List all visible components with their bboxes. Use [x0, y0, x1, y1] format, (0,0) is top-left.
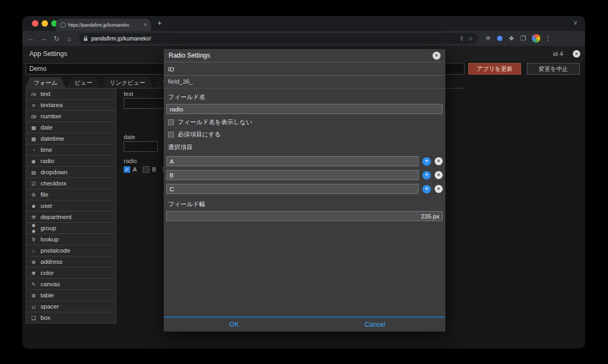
- field-name-input[interactable]: [166, 104, 443, 114]
- table-grid-icon: ⊞: [29, 293, 37, 298]
- choice-c-input[interactable]: [166, 184, 419, 194]
- choice-b-input[interactable]: [166, 170, 419, 180]
- side-panel-icon[interactable]: ❐: [517, 35, 529, 42]
- choices-label: 選択項目: [164, 139, 445, 154]
- sidebar-item-number[interactable]: 09 number: [26, 110, 116, 122]
- screen: https://pandafirm.jp/kumaneko × + ∨ ← → …: [0, 0, 608, 364]
- address-bar[interactable]: pandafirm.jp/kumaneko/ ⇧ ☆: [79, 33, 478, 44]
- browser-toolbar: ← → ↻ ⌂ pandafirm.jp/kumaneko/ ⇧ ☆ ✳ ❖ ❐…: [22, 31, 585, 46]
- ok-button[interactable]: OK: [164, 318, 305, 331]
- add-choice-icon[interactable]: +: [422, 157, 431, 166]
- option-b-label: B: [152, 166, 156, 173]
- sidebar-item-checkbox[interactable]: ☑ checkbox: [26, 177, 116, 189]
- required-label: 必須項目にする: [178, 131, 221, 139]
- close-tab-icon[interactable]: ×: [143, 22, 147, 28]
- sidebar-item-color[interactable]: ✾ color: [26, 267, 116, 279]
- sidebar-item-user[interactable]: ☻ user: [26, 200, 116, 212]
- reload-icon[interactable]: ↻: [50, 35, 63, 43]
- date-icon: ▦: [29, 125, 37, 131]
- group-icon: ☻☻: [29, 222, 37, 234]
- home-icon[interactable]: ⌂: [63, 35, 76, 43]
- sidebar-item-canvas[interactable]: ✎ canvas: [26, 278, 116, 290]
- address-pin-icon: ⊕: [29, 259, 37, 265]
- dialog-header: Radio Settings ×: [164, 49, 445, 62]
- add-choice-icon[interactable]: +: [422, 185, 431, 193]
- option-a-label: A: [133, 166, 137, 173]
- sidebar-item-table[interactable]: ⊞ table: [26, 289, 116, 301]
- tab-view[interactable]: ビュー: [67, 77, 101, 88]
- update-app-button[interactable]: アプリを更新: [468, 63, 521, 75]
- sidebar-item-lookup[interactable]: ⚲ lookup: [26, 233, 116, 245]
- time-icon: ◔: [29, 147, 37, 153]
- canvas-field-label-date: date: [124, 134, 135, 140]
- extensions-puzzle-icon[interactable]: ❖: [506, 35, 517, 42]
- remove-choice-icon[interactable]: ×: [435, 157, 443, 165]
- add-choice-icon[interactable]: +: [422, 171, 431, 180]
- sidebar-item-textarea[interactable]: ≡ textarea: [26, 99, 116, 111]
- bookmark-star-icon[interactable]: ☆: [468, 35, 473, 42]
- sidebar-item-department[interactable]: ⚒ department: [26, 211, 116, 223]
- choice-row: + ×: [164, 168, 445, 182]
- sidebar-item-box[interactable]: ❏ box: [26, 312, 116, 323]
- sidebar-item-datetime[interactable]: ▩ datetime: [26, 133, 116, 144]
- site-favicon-icon: [60, 22, 66, 28]
- field-width-input[interactable]: [166, 211, 443, 221]
- text-field-icon: Az: [29, 91, 37, 97]
- radio-icon: ◉: [29, 158, 37, 164]
- back-icon[interactable]: ←: [25, 35, 37, 43]
- sidebar-item-radio[interactable]: ◉ radio: [26, 155, 116, 167]
- sidebar-item-address[interactable]: ⊕ address: [26, 256, 116, 268]
- sidebar-item-text[interactable]: Az text: [26, 88, 116, 100]
- field-width-label: フィールド幅: [164, 196, 445, 211]
- file-clip-icon: ✇: [29, 192, 37, 198]
- share-icon[interactable]: ⇧: [459, 35, 464, 42]
- field-palette: Az text ≡ textarea 09 number ▦ date ▩ da…: [26, 88, 116, 323]
- extension-dot-icon[interactable]: [497, 36, 502, 41]
- remove-choice-icon[interactable]: ×: [435, 171, 443, 179]
- tab-search-chevron-icon[interactable]: ∨: [573, 19, 578, 26]
- spacer-icon: ⊔: [29, 304, 37, 310]
- browser-tab-strip: https://pandafirm.jp/kumaneko × + ∨: [22, 16, 585, 31]
- dialog-close-icon[interactable]: ×: [433, 52, 441, 60]
- sidebar-item-date[interactable]: ▦ date: [26, 122, 116, 133]
- option-b-checkbox[interactable]: [143, 166, 149, 173]
- close-settings-icon[interactable]: ×: [573, 50, 580, 58]
- sidebar-item-file[interactable]: ✇ file: [26, 189, 116, 200]
- remove-choice-icon[interactable]: ×: [435, 185, 443, 193]
- sidebar-item-postalcode[interactable]: ⌂ postalcode: [26, 245, 116, 256]
- settings-gear-icon[interactable]: ✳: [482, 35, 494, 42]
- sidebar-item-spacer[interactable]: ⊔ spacer: [26, 301, 116, 312]
- box-icon: ❏: [29, 315, 37, 321]
- hide-name-row: フィールド名を表示しない: [164, 114, 445, 126]
- canvas-date-input[interactable]: [124, 141, 158, 152]
- choice-a-input[interactable]: [166, 156, 419, 166]
- dialog-footer: OK Cancel: [164, 317, 445, 331]
- cancel-button[interactable]: Cancel: [305, 318, 445, 331]
- tab-title: https://pandafirm.jp/kumaneko: [68, 22, 141, 28]
- option-a-checkbox[interactable]: ✓: [124, 166, 130, 173]
- page-title: App Settings: [29, 46, 67, 62]
- canvas-field-label-text: text: [124, 91, 133, 97]
- hide-field-name-label: フィールド名を表示しない: [178, 118, 252, 126]
- minimize-window-button[interactable]: [42, 20, 48, 27]
- browser-tab[interactable]: https://pandafirm.jp/kumaneko ×: [56, 19, 151, 31]
- abort-changes-button[interactable]: 変更を中止: [527, 63, 580, 75]
- url-text[interactable]: pandafirm.jp/kumaneko/: [91, 35, 455, 42]
- new-tab-button[interactable]: +: [157, 19, 162, 27]
- lock-icon[interactable]: [84, 38, 87, 41]
- hide-field-name-checkbox[interactable]: [168, 119, 174, 125]
- choice-row: + ×: [164, 182, 445, 196]
- close-window-button[interactable]: [32, 20, 38, 27]
- sidebar-item-time[interactable]: ◔ time: [26, 144, 116, 156]
- sidebar-item-dropdown[interactable]: ▤ dropdown: [26, 166, 116, 178]
- profile-avatar[interactable]: [532, 34, 540, 43]
- forward-icon[interactable]: →: [37, 35, 50, 43]
- required-checkbox[interactable]: [168, 132, 174, 137]
- tab-linkview[interactable]: リンクビュー: [101, 77, 153, 88]
- browser-menu-icon[interactable]: ⋮: [543, 35, 554, 42]
- tab-form[interactable]: フォーム: [26, 77, 66, 88]
- department-icon: ⚒: [29, 214, 37, 220]
- app-id-badge: id 4: [553, 46, 563, 62]
- extensions-row: ✳ ❖ ❐ ⋮: [482, 34, 554, 43]
- sidebar-item-group[interactable]: ☻☻ group: [26, 222, 116, 234]
